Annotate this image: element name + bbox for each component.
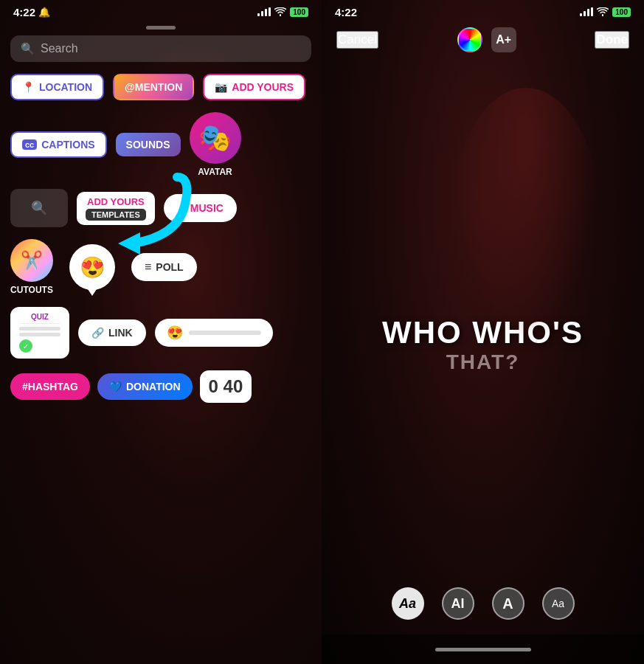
poll-label: POLL	[156, 261, 183, 273]
status-icons-left: 100	[257, 6, 308, 18]
sticker-row-5: QUIZ ✓ 🔗 LINK 😍	[10, 307, 311, 359]
avatar-label: AVATAR	[198, 167, 232, 177]
sticker-avatar[interactable]: 🎭 AVATAR	[190, 112, 241, 177]
sticker-donation[interactable]: 💙 DONATION	[97, 373, 193, 400]
sticker-number[interactable]: 0 40	[200, 370, 252, 403]
font-selector: Aa AI A Aa	[322, 573, 644, 634]
sticker-quiz[interactable]: QUIZ ✓	[10, 307, 69, 359]
cutouts-label: CUTOUTS	[10, 285, 53, 295]
font-icon-label: A+	[496, 33, 511, 46]
quiz-label: QUIZ	[19, 313, 60, 324]
hashtag-label: #HASHTAG	[22, 381, 78, 392]
captions-label: CAPTIONS	[41, 139, 94, 151]
font-option-aa-classic[interactable]: AI	[442, 587, 474, 620]
sticker-addyours[interactable]: 📷 ADD YOURS	[203, 74, 305, 100]
quiz-check-icon: ✓	[19, 339, 32, 353]
drag-handle[interactable]	[146, 26, 176, 30]
svg-rect-5	[580, 13, 582, 16]
slider-emoji: 😍	[167, 325, 183, 341]
avatar-image: 🎭	[190, 112, 241, 164]
svg-rect-3	[269, 7, 271, 16]
pin-icon: 📍	[22, 81, 35, 93]
camera-icon: 📷	[215, 81, 227, 93]
signal-icon-right	[580, 6, 593, 18]
svg-rect-2	[265, 9, 267, 16]
status-time-left: 4:22 🔔	[13, 6, 50, 18]
emoji-bubble-circle: 😍	[69, 244, 115, 290]
svg-rect-6	[584, 11, 586, 16]
font-option-aa-small[interactable]: Aa	[542, 587, 575, 620]
battery-badge: 100	[290, 7, 308, 17]
link-label: LINK	[108, 327, 133, 339]
font-option-aa-serif[interactable]: Aa	[392, 587, 424, 620]
font-option-aa-strong[interactable]: A	[492, 587, 524, 620]
sticker-row-6: #HASHTAG 💙 DONATION 0 40	[10, 370, 311, 403]
scissors-icon: ✂️	[21, 250, 43, 271]
sticker-row-1: 📍 LOCATION @MENTION 📷 ADD YOURS	[10, 74, 311, 100]
sticker-row-2: cc CAPTIONS SOUNDS 🎭 AVATAR	[10, 112, 311, 177]
signal-icon	[257, 6, 271, 18]
right-main-content: WHO WHO'S THAT?	[322, 58, 644, 573]
sticker-search-small[interactable]: 🔍	[10, 189, 68, 227]
home-indicator-right	[435, 648, 531, 651]
font-aa-small-label: Aa	[552, 598, 564, 609]
cc-icon: cc	[22, 139, 37, 150]
love-eyes-emoji: 😍	[80, 255, 105, 280]
quiz-line-1	[19, 327, 60, 331]
sticker-hashtag[interactable]: #HASHTAG	[10, 373, 90, 400]
svg-rect-1	[261, 11, 263, 16]
color-wheel-icon[interactable]	[457, 27, 482, 52]
wifi-icon-right	[597, 6, 609, 18]
search-bar[interactable]: 🔍 Search	[10, 35, 311, 62]
font-aa-serif-label: Aa	[399, 596, 416, 612]
sticker-row-4: ✂️ CUTOUTS 😍 ≡ POLL	[10, 239, 311, 295]
search-small-icon: 🔍	[31, 200, 47, 216]
addyours-templates-bottom: TEMPLATES	[86, 209, 146, 221]
status-icons-right: 100	[580, 6, 631, 18]
header-icons: A+	[457, 27, 516, 52]
right-header: Cancel A+ Done	[322, 21, 644, 58]
font-ai-label: AI	[451, 596, 465, 612]
slider-track	[189, 331, 261, 335]
music-label: MUSIC	[190, 202, 224, 214]
font-a-label: A	[502, 595, 513, 612]
mention-label: @MENTION	[125, 81, 182, 93]
sticker-poll[interactable]: ≡ POLL	[131, 253, 197, 281]
sounds-label: SOUNDS	[126, 139, 170, 151]
bottom-bar-right	[322, 634, 644, 664]
svg-rect-7	[587, 9, 589, 16]
donation-label: DONATION	[126, 381, 181, 392]
done-button[interactable]: Done	[595, 31, 629, 49]
svg-rect-0	[257, 13, 260, 16]
addyours-label: ADD YOURS	[232, 81, 294, 93]
music-note-icon: ♫	[177, 201, 186, 215]
time-left: 4:22	[13, 6, 35, 18]
battery-badge-right: 100	[612, 7, 631, 17]
sticker-link[interactable]: 🔗 LINK	[78, 319, 146, 346]
svg-rect-8	[591, 7, 593, 16]
sticker-addyours-templates[interactable]: ADD YOURS TEMPLATES	[77, 192, 155, 225]
sticker-location[interactable]: 📍 LOCATION	[10, 74, 104, 100]
status-time-right: 4:22	[335, 6, 357, 18]
left-panel: 4:22 🔔 100 🔍 Search	[0, 0, 322, 664]
sticker-captions[interactable]: cc CAPTIONS	[10, 131, 107, 158]
right-panel: 4:22 100 Cancel A+ Done	[322, 0, 644, 664]
font-style-icon[interactable]: A+	[491, 27, 516, 52]
left-content: 4:22 🔔 100 🔍 Search	[0, 0, 322, 664]
sticker-mention[interactable]: @MENTION	[113, 74, 194, 100]
bubble-tail	[86, 287, 98, 296]
status-bar-right: 4:22 100	[322, 0, 644, 21]
sticker-cutouts[interactable]: ✂️ CUTOUTS	[10, 239, 53, 295]
poll-lines-icon: ≡	[145, 260, 151, 274]
number-label: 0 40	[209, 376, 243, 396]
sticker-sounds[interactable]: SOUNDS	[116, 133, 181, 156]
heart-icon: 💙	[109, 381, 122, 392]
bell-icon: 🔔	[38, 7, 50, 18]
wifi-icon	[274, 6, 286, 18]
cancel-button[interactable]: Cancel	[336, 31, 378, 49]
sticker-emoji-bubble[interactable]: 😍	[69, 244, 115, 290]
link-icon: 🔗	[91, 327, 104, 339]
sticker-music[interactable]: ♫ MUSIC	[164, 194, 237, 222]
sticker-slider[interactable]: 😍	[155, 319, 273, 347]
addyours-templates-top: ADD YOURS	[87, 196, 145, 207]
